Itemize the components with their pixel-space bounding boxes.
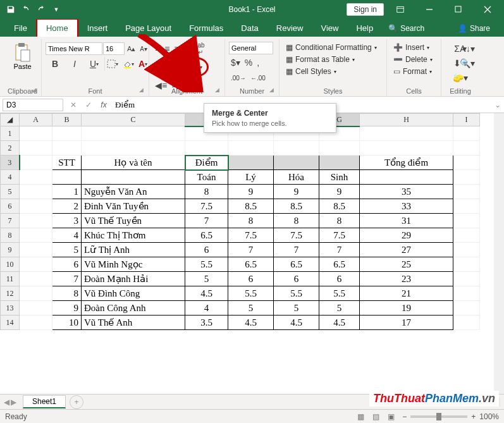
worksheet[interactable]: ◢ A B C D E F G H I 1 2 3 STT Họ và tên …: [0, 113, 504, 394]
table-cell[interactable]: 4: [185, 301, 228, 316]
table-cell[interactable]: 8.5: [319, 199, 360, 214]
tab-home[interactable]: Home: [36, 18, 78, 37]
wrap-text-icon[interactable]: ab↵: [196, 42, 207, 56]
vertical-scrollbar[interactable]: [494, 113, 504, 394]
table-cell[interactable]: 23: [360, 272, 453, 286]
table-cell[interactable]: Khúc Thị Thơm: [82, 228, 185, 243]
insert-function-icon[interactable]: fx: [96, 97, 111, 113]
table-cell[interactable]: 4.5: [185, 286, 228, 301]
table-cell[interactable]: 6: [274, 272, 319, 286]
table-cell[interactable]: 7: [274, 243, 319, 257]
table-cell[interactable]: 6: [185, 243, 228, 257]
table-cell[interactable]: 9: [319, 185, 360, 199]
table-header[interactable]: STT: [52, 156, 82, 170]
align-middle-icon[interactable]: ≡: [163, 42, 171, 56]
row-header[interactable]: 6: [1, 199, 20, 214]
number-format-select[interactable]: [229, 42, 273, 54]
clear-icon[interactable]: 🧽▾: [445, 71, 476, 85]
table-cell[interactable]: Nguyễn Văn An: [82, 185, 185, 199]
row-header[interactable]: 2: [1, 141, 20, 156]
table-header[interactable]: [228, 156, 274, 170]
table-cell[interactable]: Lý: [228, 170, 274, 185]
col-header[interactable]: H: [360, 114, 453, 126]
table-cell[interactable]: 6: [228, 272, 274, 286]
table-cell[interactable]: 7.5: [228, 228, 274, 243]
minimize-button[interactable]: [417, 0, 442, 19]
table-cell[interactable]: 25: [360, 257, 453, 272]
table-cell[interactable]: 8.5: [228, 199, 274, 214]
page-layout-view-icon[interactable]: ▤: [368, 411, 383, 422]
undo-icon[interactable]: [19, 3, 33, 16]
table-cell[interactable]: 6: [52, 257, 82, 272]
table-cell[interactable]: 7.5: [319, 228, 360, 243]
table-header[interactable]: Họ và tên: [82, 156, 185, 170]
table-cell[interactable]: 35: [360, 185, 453, 199]
alignment-launcher[interactable]: ◢: [215, 87, 223, 94]
qat-customize-icon[interactable]: ▼: [49, 3, 63, 16]
table-cell[interactable]: 27: [360, 243, 453, 257]
table-cell[interactable]: Đoàn Công Anh: [82, 301, 185, 316]
table-cell[interactable]: 8: [319, 214, 360, 228]
increase-decimal-icon[interactable]: .00→: [229, 71, 248, 85]
table-cell[interactable]: 6.5: [319, 257, 360, 272]
row-header[interactable]: 9: [1, 243, 20, 257]
table-cell[interactable]: Vũ Minh Ngọc: [82, 257, 185, 272]
table-cell[interactable]: 7: [52, 272, 82, 286]
table-cell[interactable]: 4: [52, 228, 82, 243]
table-cell[interactable]: 9: [228, 185, 274, 199]
cell-styles-button[interactable]: ▦Cell Styles▾: [283, 66, 383, 77]
table-cell[interactable]: 8: [185, 185, 228, 199]
row-header[interactable]: 10: [1, 257, 20, 272]
orientation-icon[interactable]: ⟲▾: [182, 42, 195, 56]
table-cell[interactable]: 4.5: [228, 316, 274, 330]
table-cell[interactable]: Đinh Văn Tuyền: [82, 199, 185, 214]
table-cell[interactable]: Toán: [185, 170, 228, 185]
tab-scroll-right-icon[interactable]: ▶: [11, 398, 16, 407]
font-color-button[interactable]: A▾: [137, 57, 149, 71]
insert-cells-button[interactable]: ➕Insert▾: [391, 42, 437, 53]
table-cell[interactable]: 8: [274, 214, 319, 228]
cancel-formula-icon[interactable]: ✕: [66, 97, 81, 113]
table-cell[interactable]: 3: [52, 214, 82, 228]
row-header[interactable]: 13: [1, 301, 20, 316]
table-cell[interactable]: 6.5: [274, 257, 319, 272]
zoom-in-button[interactable]: +: [471, 412, 476, 421]
table-cell[interactable]: 8.5: [274, 199, 319, 214]
table-cell[interactable]: 7: [319, 243, 360, 257]
table-cell[interactable]: 31: [360, 214, 453, 228]
font-launcher[interactable]: ◢: [139, 87, 147, 94]
table-cell[interactable]: 17: [360, 316, 453, 330]
paste-button[interactable]: Paste: [13, 42, 31, 70]
table-cell[interactable]: 7: [228, 243, 274, 257]
share-button[interactable]: 👤Share: [449, 20, 499, 37]
clipboard-launcher[interactable]: ◢: [32, 87, 39, 94]
tab-page-layout[interactable]: Page Layout: [116, 20, 180, 37]
table-cell[interactable]: 21: [360, 286, 453, 301]
currency-icon[interactable]: $▾: [229, 56, 242, 70]
bold-button[interactable]: B: [46, 57, 65, 71]
format-as-table-button[interactable]: ▦Format as Table▾: [283, 54, 383, 65]
row-header[interactable]: 11: [1, 272, 20, 286]
table-cell[interactable]: 8: [52, 286, 82, 301]
active-cell[interactable]: Điểm: [185, 156, 228, 170]
row-header[interactable]: 12: [1, 286, 20, 301]
sign-in-button[interactable]: Sign in: [347, 3, 384, 16]
table-cell[interactable]: 5.5: [319, 286, 360, 301]
table-cell[interactable]: 3.5: [185, 316, 228, 330]
find-select-icon[interactable]: 🔍▾: [458, 56, 477, 70]
tab-scroll-left-icon[interactable]: ◀: [4, 398, 9, 407]
comma-icon[interactable]: ,: [255, 56, 261, 70]
table-cell[interactable]: 5.5: [274, 286, 319, 301]
table-cell[interactable]: Vũ Đình Công: [82, 286, 185, 301]
sheet-tab[interactable]: Sheet1: [23, 395, 66, 408]
name-box[interactable]: [3, 99, 63, 111]
table-header[interactable]: [274, 156, 319, 170]
table-cell[interactable]: Sinh: [319, 170, 360, 185]
ribbon-options-icon[interactable]: [388, 0, 413, 19]
table-cell[interactable]: 10: [52, 316, 82, 330]
merge-center-button[interactable]: ▾: [187, 60, 204, 74]
row-header[interactable]: 4: [1, 170, 20, 185]
table-cell[interactable]: 8: [228, 214, 274, 228]
table-cell[interactable]: 5: [228, 301, 274, 316]
col-header[interactable]: A: [20, 114, 52, 126]
